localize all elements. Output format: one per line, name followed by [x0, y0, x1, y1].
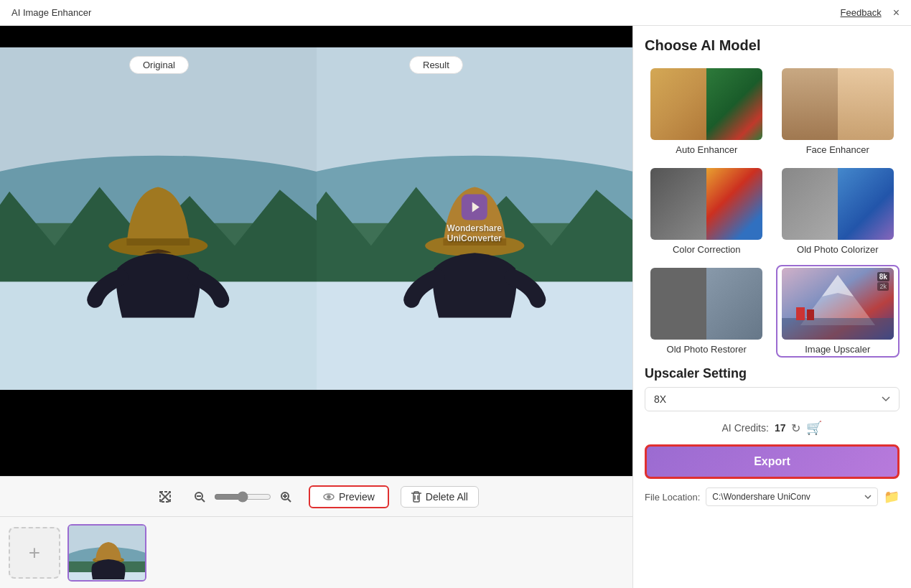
- svg-marker-14: [472, 202, 480, 212]
- color-thumb-right: [706, 168, 762, 240]
- black-bar-bottom: [0, 390, 632, 476]
- add-image-button[interactable]: +: [9, 527, 60, 579]
- refresh-icon[interactable]: ↻: [791, 421, 800, 435]
- choose-model-title: Choose AI Model: [645, 37, 900, 54]
- image-preview-row: Original Result: [0, 47, 632, 390]
- svg-rect-38: [796, 307, 805, 320]
- old-res-thumb-right: [706, 268, 762, 340]
- crop-tool-button[interactable]: [154, 485, 177, 508]
- color-correction-thumb: [650, 168, 762, 240]
- badge-8k: 8k: [877, 272, 889, 281]
- delete-all-button[interactable]: Delete All: [401, 486, 479, 508]
- svg-rect-39: [807, 309, 814, 320]
- app-title: AI Image Enhancer: [11, 7, 91, 18]
- color-correction-label: Color Correction: [673, 244, 741, 255]
- old-photo-colorizer-thumb: [782, 168, 894, 240]
- canvas-area: Original Result: [0, 26, 632, 588]
- bottom-toolbar: Preview Delete All: [0, 476, 632, 516]
- svg-line-22: [288, 499, 291, 502]
- old-col-thumb-right: [838, 168, 894, 240]
- file-location-row: File Location: C:\Wondershare UniConv 📁: [645, 487, 900, 506]
- main-layout: Original Result: [0, 26, 911, 588]
- feedback-link[interactable]: Feedback: [841, 7, 882, 18]
- svg-rect-37: [782, 318, 894, 340]
- old-photo-restorer-label: Old Photo Restorer: [667, 344, 747, 355]
- zoom-out-button[interactable]: [188, 485, 211, 508]
- file-location-label: File Location:: [645, 492, 700, 503]
- face-thumb-left: [782, 68, 838, 140]
- zoom-slider-input[interactable]: [214, 491, 271, 503]
- badge-2k: 2k: [877, 282, 889, 291]
- upscaler-setting-section: Upscaler Setting 8X 4X 2X 1X: [645, 366, 900, 411]
- thumbnail-item[interactable]: [67, 524, 146, 582]
- face-thumb-right: [838, 68, 894, 140]
- auto-enhancer-label: Auto Enhancer: [676, 144, 737, 155]
- model-card-color-correction[interactable]: Color Correction: [645, 165, 769, 258]
- model-card-old-photo-colorizer[interactable]: Old Photo Colorizer: [776, 165, 900, 258]
- black-bar-top: [0, 26, 632, 47]
- zoom-in-button[interactable]: [274, 485, 297, 508]
- thumbnail-strip: +: [0, 516, 632, 588]
- upscaler-setting-select[interactable]: 8X 4X 2X 1X: [645, 387, 900, 411]
- result-label-button[interactable]: Result: [409, 56, 463, 74]
- trash-icon: [411, 491, 421, 503]
- svg-rect-6: [126, 238, 190, 246]
- upscaler-setting-title: Upscaler Setting: [645, 366, 900, 381]
- model-card-face-enhancer[interactable]: Face Enhancer: [776, 65, 900, 158]
- face-enhancer-label: Face Enhancer: [806, 144, 869, 155]
- folder-icon[interactable]: 📁: [884, 489, 900, 505]
- preview-button[interactable]: Preview: [309, 485, 389, 508]
- old-res-thumb-left: [650, 268, 706, 340]
- watermark: Wondershare UniConverter: [447, 194, 502, 243]
- right-panel: Choose AI Model Auto Enhancer: [632, 26, 911, 588]
- credits-value: 17: [775, 422, 786, 434]
- old-photo-restorer-thumb: [650, 268, 762, 340]
- title-bar-controls: Feedback ×: [841, 7, 900, 19]
- close-button[interactable]: ×: [893, 7, 900, 19]
- upscaler-badge: 8k 2k: [877, 272, 889, 291]
- watermark-text: Wondershare UniConverter: [447, 223, 502, 243]
- model-card-old-photo-restorer[interactable]: Old Photo Restorer: [645, 265, 769, 358]
- watermark-icon: [462, 194, 487, 220]
- original-image: [0, 47, 317, 390]
- result-image: Wondershare UniConverter: [317, 47, 633, 390]
- original-label-button[interactable]: Original: [129, 56, 189, 74]
- title-bar: AI Image Enhancer Feedback ×: [0, 0, 911, 26]
- credits-label: AI Credits:: [722, 422, 769, 434]
- auto-enhancer-thumb: [650, 68, 762, 140]
- auto-thumb-right: [706, 68, 762, 140]
- zoom-control: [188, 485, 297, 508]
- image-upscaler-label: Image Upscaler: [805, 344, 870, 355]
- eye-icon: [323, 491, 335, 503]
- file-location-select[interactable]: C:\Wondershare UniConv: [706, 487, 878, 506]
- cart-icon[interactable]: 🛒: [806, 420, 822, 436]
- svg-point-26: [327, 495, 330, 498]
- model-card-auto-enhancer[interactable]: Auto Enhancer: [645, 65, 769, 158]
- old-photo-colorizer-label: Old Photo Colorizer: [797, 244, 878, 255]
- svg-line-19: [202, 499, 205, 502]
- image-upscaler-thumb: 8k 2k: [782, 268, 894, 340]
- auto-thumb-left: [650, 68, 706, 140]
- old-col-thumb-left: [782, 168, 838, 240]
- model-grid: Auto Enhancer Face Enhancer: [645, 65, 900, 358]
- export-button[interactable]: Export: [645, 444, 900, 479]
- credits-row: AI Credits: 17 ↻ 🛒: [645, 420, 900, 436]
- face-enhancer-thumb: [782, 68, 894, 140]
- color-thumb-left: [650, 168, 706, 240]
- model-card-image-upscaler[interactable]: 8k 2k Image Upscaler: [776, 265, 900, 358]
